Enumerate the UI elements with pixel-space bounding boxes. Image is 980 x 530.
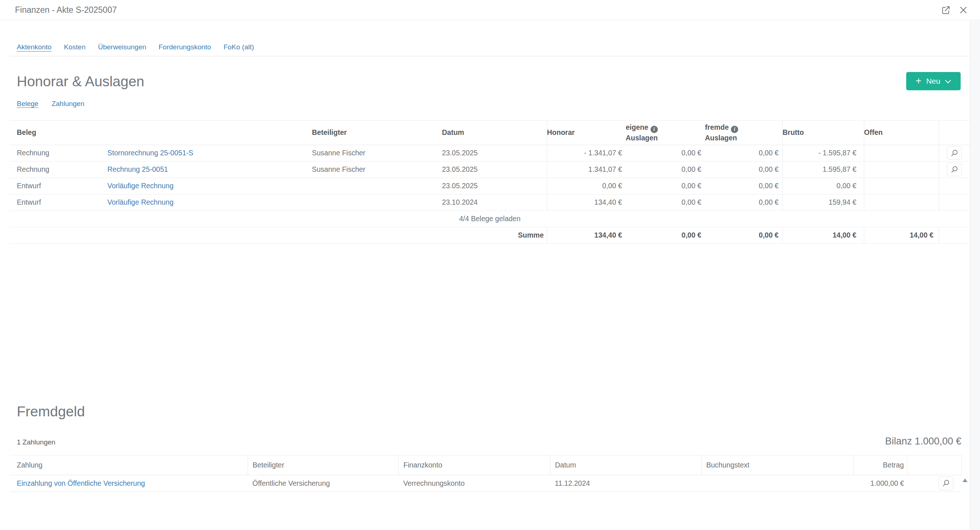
summe-brutto: 14,00 € (783, 227, 864, 243)
subtab-zahlungen[interactable]: Zahlungen (51, 100, 84, 108)
offen-cell (864, 161, 939, 178)
subtab-belege[interactable]: Belege (17, 100, 38, 108)
neu-button[interactable]: + Neu (906, 72, 961, 90)
tab-forderungskonto[interactable]: Forderungskonto (159, 43, 211, 51)
belege-table: Beleg Beteiligter Datum Honorar eigenei … (10, 120, 970, 244)
honorar-cell: - 1.341,07 € (547, 145, 626, 161)
col-header-finanzkonto: Finanzkonto (398, 455, 550, 475)
actions-cell (939, 145, 970, 161)
window-titlebar: Finanzen - Akte S-2025007 (0, 0, 980, 20)
honorar-cell: 0,00 € (547, 178, 626, 194)
tab-foko-alt[interactable]: FoKo (alt) (224, 43, 254, 51)
col-header-actions (939, 120, 970, 145)
bilanz-value: Bilanz 1.000,00 € (885, 436, 961, 447)
actions-cell (907, 475, 961, 492)
tab-ueberweisungen[interactable]: Überweisungen (98, 43, 146, 51)
fremde-auslagen-cell: 0,00 € (705, 145, 783, 161)
zahlungen-count: 1 Zahlungen (17, 438, 56, 446)
document-link[interactable]: Rechnung 25-0051 (107, 165, 168, 173)
col-header-fremde-auslagen: fremdei Auslagen (705, 120, 783, 145)
honorar-cell: 1.341,07 € (547, 161, 626, 178)
tab-kosten[interactable]: Kosten (64, 43, 86, 51)
buchungstext-cell (701, 475, 853, 492)
col-header-beteiligter: Beteiligter (248, 455, 398, 475)
datum-cell: 11.12.2024 (550, 475, 701, 492)
offen-cell (864, 194, 939, 211)
eigene-auslagen-cell: 0,00 € (626, 145, 705, 161)
table-row: Rechnung Rechnung 25-0051 Susanne Fische… (10, 161, 970, 178)
beleg-typ: Entwurf (10, 178, 107, 194)
actions-cell (939, 161, 970, 178)
info-icon[interactable]: i (731, 126, 738, 133)
col-header-datum: Datum (442, 120, 547, 145)
beteiligter-cell: Susanne Fischer (312, 145, 442, 161)
actions-cell (939, 194, 970, 211)
preview-search-button[interactable] (947, 163, 962, 176)
zahlung-link[interactable]: Einzahlung von Öffentliche Versicherung (17, 479, 145, 487)
eigene-auslagen-cell: 0,00 € (626, 194, 705, 211)
eigene-auslagen-cell: 0,00 € (626, 161, 705, 178)
datum-cell: 23.05.2025 (442, 178, 547, 194)
eigene-auslagen-cell: 0,00 € (626, 178, 705, 194)
section-fremdgeld: Fremdgeld 1 Zahlungen Bilanz 1.000,00 € … (0, 403, 980, 492)
datum-cell: 23.10.2024 (442, 194, 547, 211)
neu-button-label: Neu (926, 77, 940, 86)
col-header-betrag: Betrag (853, 455, 907, 475)
summe-eigene: 0,00 € (626, 227, 705, 243)
summe-actions (939, 227, 970, 243)
summe-label: Summe (10, 227, 547, 243)
betrag-cell: 1.000,00 € (853, 475, 907, 492)
loaded-info-text: 4/4 Belege geladen (10, 211, 970, 227)
preview-search-button[interactable] (939, 477, 953, 490)
plus-icon: + (916, 76, 921, 86)
actions-cell (939, 178, 970, 194)
fremde-auslagen-cell: 0,00 € (705, 194, 783, 211)
table-row: Entwurf Vorläufige Rechnung 23.05.2025 0… (10, 178, 970, 194)
chevron-down-icon (945, 80, 951, 84)
col-header-buchungstext: Buchungstext (701, 455, 853, 475)
document-link[interactable]: Vorläufige Rechnung (107, 198, 173, 206)
offen-cell (864, 178, 939, 194)
offen-cell (864, 145, 939, 161)
fremdgeld-header-row: Zahlung Beteiligter Finanzkonto Datum Bu… (10, 455, 961, 475)
section-title-honorar: Honorar & Auslagen (17, 73, 980, 90)
close-icon[interactable] (959, 5, 968, 14)
scroll-up-arrow-icon[interactable] (963, 479, 967, 482)
datum-cell: 23.05.2025 (442, 145, 547, 161)
beteiligter-cell: Öffentliche Versicherung (248, 475, 398, 492)
honorar-cell: 134,40 € (547, 194, 626, 211)
finanzkonto-cell: Verrechnungskonto (398, 475, 550, 492)
fremde-auslagen-cell: 0,00 € (705, 161, 783, 178)
preview-search-button[interactable] (947, 146, 962, 160)
page-scrollbar[interactable] (970, 21, 980, 530)
table-row: Entwurf Vorläufige Rechnung 23.10.2024 1… (10, 194, 970, 211)
document-link[interactable]: Vorläufige Rechnung (107, 182, 173, 190)
datum-cell: 23.05.2025 (442, 161, 547, 178)
summe-honorar: 134,40 € (547, 227, 626, 243)
finance-tabs: Aktenkonto Kosten Überweisungen Forderun… (10, 20, 970, 56)
col-header-datum: Datum (550, 455, 701, 475)
loaded-info-row: 4/4 Belege geladen (10, 211, 970, 227)
section-title-fremdgeld: Fremdgeld (17, 403, 980, 420)
summe-offen: 14,00 € (864, 227, 939, 243)
beteiligter-cell (312, 178, 442, 194)
brutto-cell: 0,00 € (783, 178, 864, 194)
col-header-offen: Offen (864, 120, 939, 145)
tab-aktenkonto[interactable]: Aktenkonto (17, 43, 51, 51)
table-row: Rechnung Stornorechnung 25-0051-S Susann… (10, 145, 970, 161)
col-header-brutto: Brutto (783, 120, 864, 145)
info-icon[interactable]: i (651, 126, 658, 133)
col-header-beteiligter: Beteiligter (312, 120, 442, 145)
summe-row: Summe 134,40 € 0,00 € 0,00 € 14,00 € 14,… (10, 227, 970, 243)
document-link[interactable]: Stornorechnung 25-0051-S (107, 149, 193, 157)
beteiligter-cell (312, 194, 442, 211)
window-title: Finanzen - Akte S-2025007 (15, 5, 117, 15)
table-row: Einzahlung von Öffentliche Versicherung … (10, 475, 961, 492)
honorar-subtabs: Belege Zahlungen (17, 100, 980, 108)
beleg-typ: Entwurf (10, 194, 107, 211)
col-header-zahlung: Zahlung (10, 455, 248, 475)
fremdgeld-table: Zahlung Beteiligter Finanzkonto Datum Bu… (10, 455, 962, 492)
col-header-eigene-auslagen: eigenei Auslagen (626, 120, 705, 145)
open-external-icon[interactable] (941, 5, 951, 15)
beleg-typ: Rechnung (10, 161, 107, 178)
